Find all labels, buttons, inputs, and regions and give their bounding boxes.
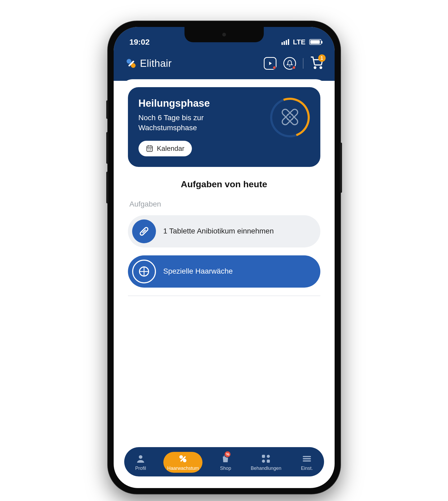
nav-einstellungen[interactable]: Einst. xyxy=(299,452,315,473)
treatments-icon xyxy=(261,453,271,464)
brand-logo-icon xyxy=(125,58,137,69)
content-card: Heilungsphase Noch 6 Tage bis zur Wachst… xyxy=(120,79,328,449)
task-text: 1 Tablette Anibiotikum einnehmen xyxy=(163,226,274,236)
phone-power-button xyxy=(340,143,342,193)
svg-point-0 xyxy=(127,59,131,64)
nav-label: Einst. xyxy=(301,466,313,471)
svg-point-4 xyxy=(320,67,321,68)
svg-point-3 xyxy=(314,67,316,68)
notch xyxy=(184,27,264,42)
nav-haarwachstum[interactable]: Haarwachstum xyxy=(163,452,202,473)
calendar-icon: 13 xyxy=(146,145,153,152)
battery-icon xyxy=(309,39,321,45)
status-right: LTE xyxy=(281,38,321,46)
signal-icon xyxy=(281,39,289,45)
menu-icon xyxy=(302,453,312,464)
divider xyxy=(128,296,320,296)
video-button[interactable] xyxy=(264,57,276,70)
svg-point-9 xyxy=(289,116,291,118)
svg-point-17 xyxy=(139,455,142,459)
nav-label: Behandlungen xyxy=(251,466,281,471)
svg-point-18 xyxy=(179,455,183,459)
phase-card: Heilungsphase Noch 6 Tage bis zur Wachst… xyxy=(128,87,320,167)
network-label: LTE xyxy=(293,38,305,46)
phone-volume-up xyxy=(106,132,108,164)
nav-behandlungen[interactable]: Behandlungen xyxy=(248,452,283,473)
task-item-antibiotic[interactable]: 1 Tablette Anibiotikum einnehmen xyxy=(128,215,320,247)
brand-name: Elithair xyxy=(140,58,172,69)
brand-logo[interactable]: Elithair xyxy=(125,58,172,69)
tasks-section-label: Aufgaben xyxy=(130,200,320,208)
hairwash-icon xyxy=(132,260,156,283)
nav-label: Profil xyxy=(135,466,146,471)
task-text: Spezielle Haarwäche xyxy=(163,266,233,276)
pill-icon xyxy=(132,219,156,243)
phase-subtitle: Noch 6 Tage bis zur Wachstumsphase xyxy=(138,113,228,133)
svg-rect-22 xyxy=(267,455,270,458)
phone-volume-down xyxy=(106,172,108,203)
notifications-button[interactable] xyxy=(283,57,296,70)
calendar-button[interactable]: 13 Kalendar xyxy=(138,141,192,156)
cart-badge: 1 xyxy=(318,54,326,62)
nav-label: Shop xyxy=(220,466,231,471)
svg-rect-21 xyxy=(262,455,265,458)
svg-text:13: 13 xyxy=(148,148,151,151)
bottom-nav: Profil Haarwachstum % Shop Behandlungen … xyxy=(124,447,324,476)
tasks-heading: Aufgaben von heute xyxy=(128,179,320,189)
svg-rect-23 xyxy=(262,460,265,463)
calendar-label: Kalendar xyxy=(157,144,184,153)
task-item-hairwash[interactable]: Spezielle Haarwäche xyxy=(128,255,320,288)
bell-icon xyxy=(286,60,293,67)
phase-progress-ring xyxy=(264,91,316,144)
nav-label: Haarwachstum xyxy=(167,466,199,471)
cart-button[interactable]: 1 xyxy=(310,57,323,70)
phase-title: Heilungsphase xyxy=(138,98,265,109)
phone-frame: 19:02 LTE Elithair xyxy=(108,21,340,494)
growth-icon xyxy=(178,453,188,464)
nav-shop[interactable]: % Shop xyxy=(218,452,233,473)
screen: 19:02 LTE Elithair xyxy=(114,27,335,488)
header-divider xyxy=(303,58,303,69)
svg-rect-24 xyxy=(267,460,270,463)
nav-profil[interactable]: Profil xyxy=(133,452,148,473)
app-header: Elithair xyxy=(114,49,335,81)
video-badge-dot xyxy=(273,66,276,69)
notifications-badge-dot xyxy=(292,66,296,69)
bandage-icon xyxy=(278,105,302,129)
header-actions: 1 xyxy=(264,57,323,70)
status-time: 19:02 xyxy=(130,38,150,46)
play-icon xyxy=(267,60,273,66)
profile-icon xyxy=(135,453,146,464)
phone-mute-switch xyxy=(106,100,108,119)
